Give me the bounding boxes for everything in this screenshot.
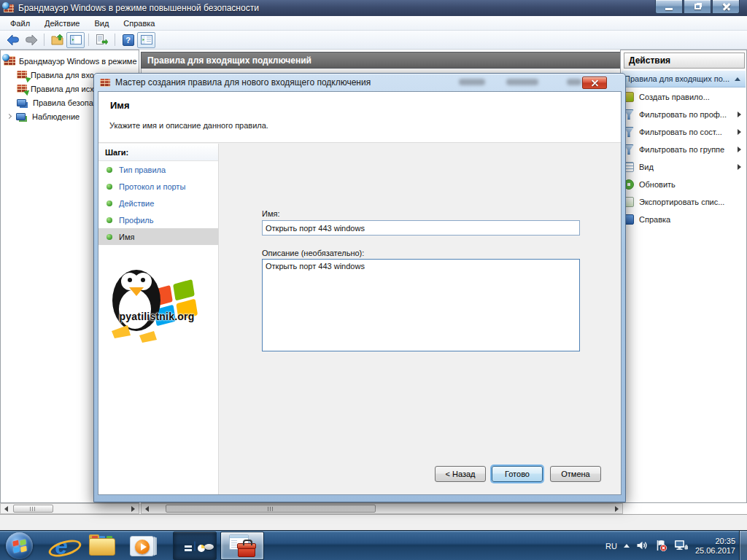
step-protocol-ports[interactable]: Протокол и порты — [98, 178, 218, 195]
status-bar — [0, 514, 747, 530]
up-one-level-icon[interactable] — [48, 32, 66, 48]
network-icon[interactable] — [674, 540, 689, 553]
menu-action[interactable]: Действие — [37, 18, 87, 29]
hidden-icons-arrow[interactable] — [624, 544, 630, 548]
clock-time: 20:35 — [695, 537, 735, 546]
step-bullet-icon — [107, 234, 112, 240]
dialog-title: Мастер создания правила для нового входя… — [115, 77, 371, 88]
show-desktop-button[interactable] — [739, 531, 747, 560]
action-refresh[interactable]: Обновить — [622, 176, 746, 193]
list-panel-header: Правила для входящих подключений — [141, 52, 623, 69]
toolbar-separator — [88, 34, 89, 46]
penguin-windows-logo-image — [106, 262, 208, 349]
scroll-right-button[interactable] — [611, 504, 622, 513]
collapse-icon[interactable] — [735, 77, 740, 81]
windows-logo-icon — [12, 540, 27, 553]
scroll-left-button[interactable] — [142, 504, 152, 513]
scroll-left-button[interactable] — [1, 504, 12, 513]
actions-group-inbound-rules[interactable]: Правила для входящих по... — [622, 71, 746, 88]
action-filter-group[interactable]: Фильтровать по группе — [622, 141, 746, 158]
menu-file[interactable]: Файл — [3, 18, 37, 29]
restore-icon — [694, 4, 701, 9]
scroll-left-icon — [145, 506, 149, 512]
volume-icon[interactable] — [636, 540, 649, 553]
export-list-icon[interactable] — [93, 32, 111, 48]
minimize-icon — [665, 8, 673, 10]
taskbar-control-panel[interactable] — [173, 532, 217, 560]
language-indicator[interactable]: RU — [605, 542, 617, 551]
action-help[interactable]: Справка — [622, 211, 746, 228]
list-horizontal-scrollbar — [141, 503, 623, 514]
action-view[interactable]: Вид — [622, 158, 746, 176]
tree-item-label: Наблюдение — [32, 112, 80, 121]
back-button[interactable]: < Назад — [435, 466, 486, 482]
taskbar: e RU — [0, 530, 747, 560]
step-bullet-icon — [107, 201, 112, 206]
glass-blur-artifact — [567, 79, 581, 85]
actions-list: Создать правило... Фильтровать по проф..… — [622, 88, 746, 228]
menu-help[interactable]: Справка — [116, 18, 162, 29]
wizard-page-title: Имя — [110, 100, 130, 111]
step-label: Тип правила — [119, 166, 166, 174]
expander-icon[interactable] — [7, 114, 12, 119]
submenu-arrow-icon — [738, 112, 741, 117]
submenu-arrow-icon — [738, 129, 741, 135]
taskbar-windows-explorer[interactable] — [83, 532, 121, 560]
step-name-active[interactable]: Имя — [98, 228, 218, 245]
taskbar-media-player[interactable] — [123, 532, 160, 560]
taskbar-admin-tools-active[interactable] — [220, 532, 264, 560]
scroll-right-button[interactable] — [128, 504, 139, 513]
folder-icon — [89, 537, 115, 556]
dialog-close-button[interactable] — [582, 77, 607, 89]
rule-name-input[interactable] — [262, 220, 580, 236]
start-button[interactable] — [6, 532, 33, 559]
rule-description-textarea[interactable]: Открыть порт 443 windows — [262, 259, 580, 351]
list-panel-title: Правила для входящих подключений — [147, 55, 311, 66]
help-icon[interactable]: ? — [119, 32, 137, 48]
toolbar-separator — [44, 34, 44, 46]
restore-button[interactable] — [684, 0, 711, 14]
show-action-pane-icon[interactable] — [137, 32, 155, 48]
finish-button[interactable]: Готово — [492, 466, 543, 482]
back-icon[interactable] — [4, 32, 22, 48]
control-panel-screen — [194, 541, 196, 551]
help-glyph: ? — [123, 34, 134, 46]
tree-horizontal-scrollbar — [0, 503, 139, 514]
name-field-label: Имя: — [262, 209, 279, 218]
action-label: Экспортировать спис... — [639, 198, 724, 206]
tree-root-firewall[interactable]: Брандмауэр Windows в режиме повышенной б… — [1, 54, 139, 68]
action-filter-profile[interactable]: Фильтровать по проф... — [622, 106, 746, 123]
window-controls — [654, 0, 740, 14]
step-action[interactable]: Действие — [98, 195, 218, 211]
taskbar-clock[interactable]: 20:35 25.06.2017 — [695, 537, 735, 556]
toolbar-separator — [115, 34, 115, 46]
scrollbar-thumb[interactable] — [166, 505, 376, 513]
minimize-button[interactable] — [655, 0, 683, 14]
step-label: Протокол и порты — [119, 182, 185, 191]
control-panel-icon — [194, 542, 196, 551]
menu-view[interactable]: Вид — [87, 18, 116, 29]
folder-front — [89, 538, 115, 556]
thumb-grip — [30, 507, 36, 511]
toolbox-icon — [238, 547, 255, 557]
taskbar-internet-explorer[interactable]: e — [42, 532, 80, 560]
step-rule-type[interactable]: Тип правила — [98, 161, 218, 178]
forward-icon[interactable] — [22, 32, 40, 48]
outbound-rules-icon — [17, 85, 27, 93]
firewall-icon — [100, 79, 110, 87]
action-export-list[interactable]: Экспортировать спис... — [622, 193, 746, 211]
cancel-button[interactable]: Отмена — [550, 466, 601, 482]
scrollbar-thumb[interactable] — [13, 505, 53, 513]
action-new-rule[interactable]: Создать правило... — [622, 88, 746, 106]
connection-security-icon — [17, 99, 26, 106]
show-console-tree-icon[interactable] — [66, 32, 85, 48]
admin-tools-icon — [229, 534, 255, 557]
action-center-flag-icon[interactable] — [655, 540, 667, 553]
scroll-left-icon — [4, 506, 8, 512]
dialog-titlebar: Мастер создания правила для нового входя… — [94, 74, 625, 91]
action-filter-state[interactable]: Фильтровать по сост... — [622, 123, 746, 141]
step-profile[interactable]: Профиль — [98, 211, 218, 228]
clock-date: 25.06.2017 — [695, 546, 735, 556]
close-button[interactable] — [712, 0, 740, 14]
glass-blur-artifact — [506, 79, 538, 85]
